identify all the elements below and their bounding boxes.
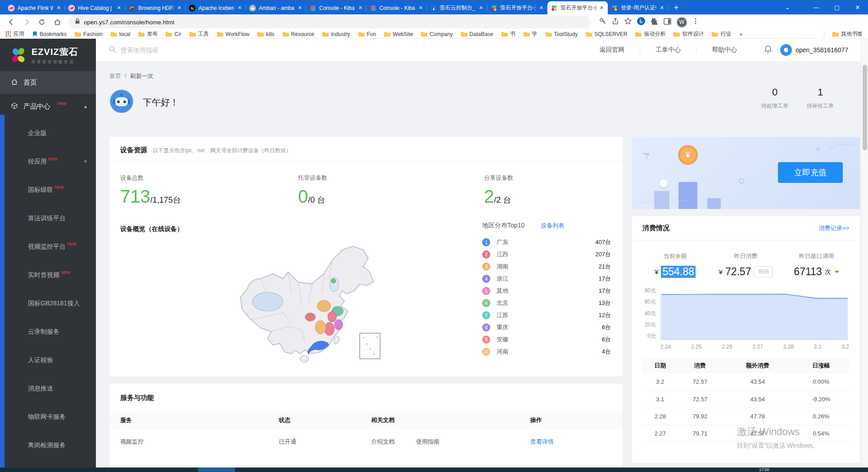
bookmark-folder-15[interactable]: ToolStudy [546,31,578,37]
sidebar-subitem-1[interactable]: 轻应用new▼ [0,147,96,176]
address-bar[interactable]: open.ys7.com/console/home.html [68,16,591,28]
link-help-center[interactable]: 帮助中心 [696,46,752,54]
sidebar-subitem-10[interactable]: 物联网卡服务 [0,403,96,431]
ezviz-logo[interactable]: EZVIZ萤石 乐享安全智能生活 [0,39,96,71]
bookmark-folder-6[interactable]: k8s [258,31,275,37]
browser-tab-7[interactable]: 萤石云控制台_E ✕ [427,1,487,14]
forward-button[interactable] [20,15,33,29]
browser-tab-5[interactable]: Console - Kiba ✕ [306,1,366,14]
sidebar-subitem-3[interactable]: 算法训练平台 [0,204,96,232]
search-box[interactable] [108,45,584,55]
browser-tab-1[interactable]: Hive Catalog | ✕ [65,1,125,14]
minimize-button[interactable]: — [806,0,827,14]
review-ticket[interactable]: 1 待评价工单 [798,86,843,110]
maximize-button[interactable]: ▢ [827,0,847,14]
view-details-link[interactable]: 查看详情 [530,438,554,445]
tab-close-icon[interactable]: ✕ [237,5,243,11]
sidebar-subitem-7[interactable]: 云录制服务 [0,318,96,346]
taskbar-active-app[interactable] [198,467,235,472]
sidebar-subitem-4[interactable]: 视频监控平台new [0,232,96,261]
china-map[interactable] [177,238,447,364]
close-button[interactable]: ✕ [847,0,868,14]
sidebar-subitem-2[interactable]: 国标级联new [0,176,96,204]
tab-close-icon[interactable]: ✕ [418,5,424,11]
detail-button[interactable]: 明细 [754,266,773,277]
bookmark-folder-18[interactable]: 软件设计 [674,30,704,38]
bookmark-folder-19[interactable]: 行业 [712,30,731,38]
profile-avatar[interactable]: W [676,17,687,28]
bookmarks-overflow-chevron[interactable]: » [739,31,742,37]
other-bookmarks-folder[interactable]: 其他书签 [832,30,863,38]
bookmark-bookmarks[interactable]: Bookmarks [32,31,67,37]
bookmark-folder-16[interactable]: SQLSERVER [586,31,627,37]
device-list-link[interactable]: 设备列表 [541,222,564,230]
usage-guide-link[interactable]: 使用指南 [416,438,439,445]
bookmark-folder-2[interactable]: 发布 [138,30,158,38]
sidebar-item-product-center[interactable]: 产品中心 new ▲ [0,94,96,119]
tab-close-icon[interactable]: ✕ [538,5,544,11]
link-ticket-center[interactable]: 工单中心 [640,46,696,54]
share-icon[interactable] [611,17,619,27]
bookmark-folder-7[interactable]: Resource [283,31,314,37]
menu-kebab-icon[interactable] [692,18,699,27]
browser-tab-2[interactable]: Browsing HDFS ✕ [125,1,185,14]
tab-close-icon[interactable]: ✕ [297,5,303,11]
browser-tab-4[interactable]: Ambari - amba ✕ [246,1,306,14]
sidebar-subitem-6[interactable]: 国标GB28181接入 [0,289,96,318]
bookmark-apps[interactable]: 应用 [5,30,24,38]
tab-close-icon[interactable]: ✕ [659,5,665,11]
user-account[interactable]: open_3581616077 [780,44,848,56]
bookmark-folder-10[interactable]: WebSite [384,31,413,37]
bookmark-folder-4[interactable]: 工具 [190,30,209,38]
tab-close-icon[interactable]: ✕ [176,5,182,11]
sidebar-subitem-0[interactable]: 企业版 [0,119,96,147]
breadcrumb-root[interactable]: 首页 [109,72,121,80]
browser-tab-6[interactable]: Console - Kiba ✕ [366,1,427,14]
bookmark-folder-11[interactable]: Company [421,31,452,37]
bookmark-folder-5[interactable]: WorkFlow [217,31,249,37]
bookmark-folder-1[interactable]: local [111,31,131,37]
new-tab-button[interactable]: + [670,1,683,14]
notification-bell-icon[interactable] [764,45,772,55]
tab-list-chevron-icon[interactable]: ⌄ [777,0,798,14]
chevron-down-icon[interactable] [835,271,839,273]
sidebar-subitem-11[interactable]: 离岗检测服务 [0,431,96,459]
side-panel-icon[interactable] [663,17,672,27]
back-button[interactable] [5,15,18,29]
tab-close-icon[interactable]: ✕ [599,5,605,11]
extensions-puzzle-icon[interactable] [650,17,659,27]
home-button[interactable] [50,15,64,29]
recharge-button[interactable]: 立即充值 [778,162,843,183]
bookmark-folder-8[interactable]: Industry [322,31,350,37]
scrollbar-thumb[interactable] [863,65,867,150]
bookmark-folder-0[interactable]: Fashion [75,31,103,37]
bookmark-star-icon[interactable] [624,17,632,27]
pending-ticket[interactable]: 0 待处理工单 [752,86,797,110]
browser-tab-3[interactable]: N Apache Iceberg ✕ [185,1,246,14]
bookmark-folder-9[interactable]: Fun [358,31,376,37]
link-official-site[interactable]: 返回官网 [584,46,640,54]
bookmark-folder-17[interactable]: 振动分析 [635,30,665,38]
tab-close-icon[interactable]: ✕ [116,5,122,11]
browser-extension-bing-icon[interactable] [637,17,646,27]
browser-tab-9-active[interactable]: 萤石开放平台-控 ✕ [547,1,608,14]
search-input[interactable] [121,46,310,54]
page-scrollbar[interactable] [861,39,868,467]
sidebar-item-home[interactable]: 首页 [0,71,96,94]
password-key-icon[interactable] [599,17,607,27]
tab-close-icon[interactable]: ✕ [357,5,363,11]
browser-tab-10[interactable]: 登录-用户认证中 ✕ [608,1,668,14]
bookmark-folder-12[interactable]: DataBase [461,31,493,37]
browser-tab-0[interactable]: Apache Flink W ✕ [5,1,65,14]
consumption-record-link[interactable]: 消费记录>> [819,224,849,232]
intro-doc-link[interactable]: 介绍文档 [371,438,394,445]
sidebar-subitem-9[interactable]: 消息推送 [0,374,96,403]
bookmark-folder-13[interactable]: 书 [502,30,515,38]
bookmark-folder-3[interactable]: C# [166,31,181,37]
region-top10-tab[interactable]: 地区分布Top10 [482,222,524,230]
bookmark-folder-14[interactable]: 学 [524,30,538,38]
sidebar-subitem-8[interactable]: 人证核验 [0,346,96,374]
refresh-button[interactable] [35,15,49,29]
tab-close-icon[interactable]: ✕ [56,5,62,11]
browser-tab-8[interactable]: 萤石开放平台-开 ✕ [487,1,547,14]
